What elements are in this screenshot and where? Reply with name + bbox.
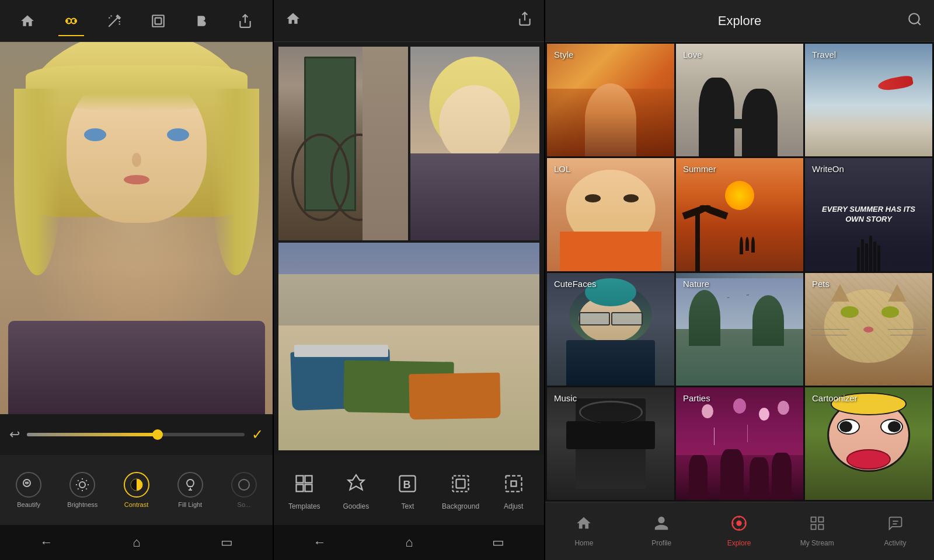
brightness-icon	[69, 472, 95, 498]
templates-tool[interactable]: Templates	[287, 470, 322, 510]
home-tab-icon	[576, 515, 592, 536]
grid-cell-summer[interactable]: Summer	[676, 158, 803, 271]
filters-button[interactable]	[58, 8, 84, 34]
collage-canvas	[274, 42, 544, 455]
explore-title: Explore	[718, 13, 762, 29]
background-tool[interactable]: Background	[442, 470, 479, 510]
explore-search-button[interactable]	[907, 12, 922, 30]
collage-cell-boats[interactable]	[278, 243, 539, 450]
grid-cell-pets[interactable]: Pets	[805, 273, 932, 386]
svg-line-4	[109, 18, 118, 26]
background-icon	[447, 470, 475, 498]
grid-cell-style[interactable]: Style	[547, 44, 674, 156]
goodies-tool[interactable]: Goodies	[339, 470, 374, 510]
grid-cell-travel[interactable]: Travel	[805, 44, 932, 156]
home-button[interactable]	[15, 8, 40, 34]
goodies-label: Goodies	[343, 502, 370, 510]
templates-label: Templates	[288, 502, 320, 510]
parties-label: Parties	[683, 393, 710, 403]
goodies-icon	[342, 470, 370, 498]
nav-home[interactable]: Home	[560, 510, 607, 552]
adjust-icon	[500, 470, 528, 498]
share-button[interactable]	[232, 8, 258, 34]
contrast-tool[interactable]: Contrast	[110, 467, 162, 513]
home-nav-button[interactable]: ⌂	[121, 529, 152, 556]
svg-text:B: B	[403, 479, 411, 491]
recents-nav-button[interactable]: ▭	[209, 529, 245, 556]
collage-recents-nav[interactable]: ▭	[480, 529, 516, 556]
tools-row: Beautify Brightness	[0, 455, 273, 525]
back-nav-button[interactable]: ←	[28, 529, 64, 556]
svg-point-36	[909, 13, 919, 23]
style-label: Style	[554, 50, 573, 60]
svg-point-15	[79, 482, 85, 488]
svg-rect-46	[811, 524, 815, 529]
magic-wand-button[interactable]	[102, 8, 127, 34]
nav-mystream[interactable]: My Stream	[793, 510, 841, 552]
contrast-label: Contrast	[124, 501, 149, 508]
grid-cell-parties[interactable]: Parties	[676, 387, 803, 500]
grid-cell-cutefaces[interactable]: CuteFaces	[547, 273, 674, 386]
brightness-tool[interactable]: Brightness	[56, 467, 109, 513]
editor-nav-bar: ← ⌂ ▭	[0, 525, 273, 560]
brightness-label: Brightness	[67, 501, 97, 508]
confirm-button[interactable]: ✓	[252, 426, 263, 443]
filllight-label: Fill Light	[178, 501, 202, 508]
panel-collage: Templates Goodies B Text	[273, 0, 545, 560]
collage-cell-girl[interactable]	[410, 47, 540, 240]
filllight-icon	[177, 472, 203, 498]
grid-cell-lol[interactable]: LOL	[547, 158, 674, 271]
collage-cell-bike[interactable]	[278, 47, 408, 240]
adjust-tool[interactable]: Adjust	[496, 470, 531, 510]
filllight-tool[interactable]: Fill Light	[164, 467, 217, 513]
svg-rect-34	[456, 480, 465, 488]
svg-line-19	[86, 488, 87, 489]
home-tab-label: Home	[574, 539, 593, 547]
svg-rect-28	[305, 476, 312, 483]
svg-rect-44	[811, 517, 815, 522]
frame-button[interactable]	[145, 8, 171, 34]
nature-label: Nature	[683, 279, 709, 289]
collage-toolbar	[274, 0, 544, 42]
nav-profile[interactable]: Profile	[638, 510, 685, 552]
beautify-label: Beautify	[17, 501, 40, 508]
templates-icon	[290, 470, 318, 498]
activity-tab-label: Activity	[884, 539, 907, 547]
contrast-icon	[124, 472, 149, 498]
grid-cell-nature[interactable]: ∽ ∽ ∽ Nature	[676, 273, 803, 386]
writeon-text: EVERY SUMMER HAS ITS OWN STORY	[818, 205, 919, 225]
travel-label: Travel	[812, 50, 836, 60]
explore-header: Explore	[545, 0, 934, 42]
summer-label: Summer	[683, 164, 716, 174]
bold-button[interactable]	[189, 8, 214, 34]
collage-home-nav[interactable]: ⌂	[393, 529, 424, 556]
undo-button[interactable]: ↩	[9, 427, 20, 442]
grid-cell-love[interactable]: Love	[676, 44, 803, 156]
text-tool[interactable]: B Text	[390, 470, 425, 510]
mystream-tab-label: My Stream	[800, 539, 834, 547]
collage-share-button[interactable]	[517, 11, 532, 30]
grid-cell-cartoonizer[interactable]: Cartoonizer	[805, 387, 932, 500]
cartoonizer-label: Cartoonizer	[812, 393, 858, 403]
shadows-tool[interactable]: So...	[218, 467, 270, 513]
svg-line-22	[78, 488, 79, 489]
nav-explore[interactable]: Explore	[716, 510, 762, 552]
beautify-tool[interactable]: Beautify	[2, 467, 55, 513]
brightness-slider[interactable]	[27, 433, 245, 436]
collage-nav-bar: ← ⌂ ▭	[274, 525, 544, 560]
svg-rect-10	[155, 18, 161, 24]
svg-rect-45	[818, 517, 823, 522]
grid-cell-music[interactable]: Music	[547, 387, 674, 500]
svg-rect-47	[818, 524, 823, 529]
collage-home-button[interactable]	[285, 11, 301, 30]
panel-explore: Explore Style	[545, 0, 934, 560]
profile-tab-label: Profile	[651, 539, 671, 547]
grid-cell-writeon[interactable]: EVERY SUMMER HAS ITS OWN STORY WriteOn	[805, 158, 932, 271]
adjust-label: Adjust	[504, 502, 523, 510]
beautify-icon	[16, 472, 41, 498]
nav-activity[interactable]: Activity	[872, 510, 919, 552]
explore-tab-label: Explore	[727, 539, 751, 547]
collage-back-button[interactable]: ←	[302, 529, 338, 556]
svg-rect-35	[506, 476, 521, 492]
svg-point-39	[736, 520, 741, 526]
